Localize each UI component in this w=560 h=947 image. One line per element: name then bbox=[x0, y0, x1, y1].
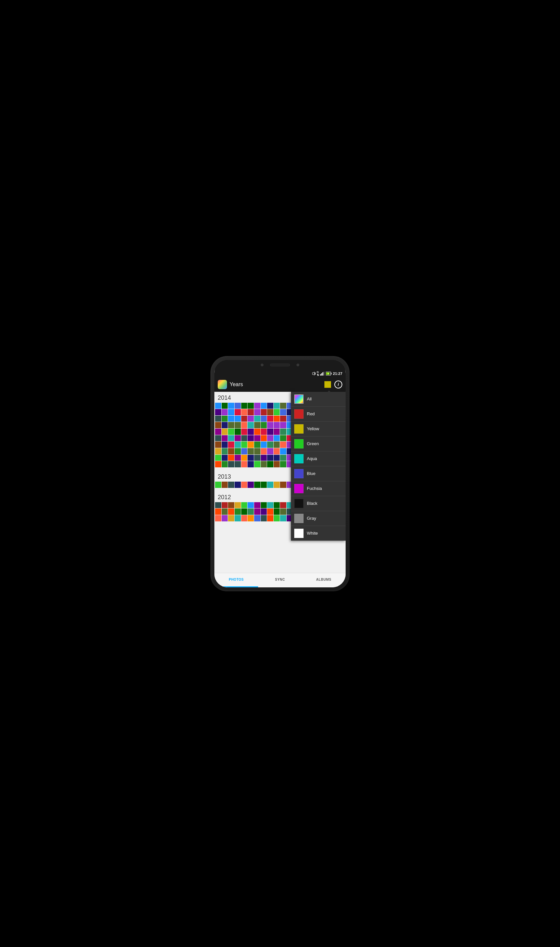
photo-cell[interactable] bbox=[261, 429, 267, 435]
photo-cell[interactable] bbox=[222, 515, 228, 521]
photo-cell[interactable] bbox=[215, 508, 222, 515]
photo-cell[interactable] bbox=[222, 429, 228, 435]
photo-cell[interactable] bbox=[222, 455, 228, 461]
photo-cell[interactable] bbox=[215, 422, 222, 428]
photo-cell[interactable] bbox=[248, 455, 254, 461]
photo-cell[interactable] bbox=[215, 416, 222, 422]
photo-cell[interactable] bbox=[248, 422, 254, 428]
photo-cell[interactable] bbox=[235, 409, 241, 415]
photo-cell[interactable] bbox=[215, 442, 222, 448]
photo-cell[interactable] bbox=[267, 409, 273, 415]
photo-cell[interactable] bbox=[235, 508, 241, 515]
photo-cell[interactable] bbox=[222, 448, 228, 454]
photo-cell[interactable] bbox=[235, 429, 241, 435]
photo-cell[interactable] bbox=[274, 442, 280, 448]
photo-cell[interactable] bbox=[248, 515, 254, 521]
photo-cell[interactable] bbox=[274, 455, 280, 461]
photo-cell[interactable] bbox=[235, 502, 241, 508]
photo-cell[interactable] bbox=[280, 435, 286, 442]
photo-cell[interactable] bbox=[248, 442, 254, 448]
photo-cell[interactable] bbox=[235, 482, 241, 488]
photo-cell[interactable] bbox=[228, 482, 234, 488]
photo-cell[interactable] bbox=[241, 409, 248, 415]
photo-cell[interactable] bbox=[241, 482, 248, 488]
photo-cell[interactable] bbox=[215, 502, 222, 508]
photo-cell[interactable] bbox=[248, 502, 254, 508]
photo-cell[interactable] bbox=[241, 429, 248, 435]
photo-cell[interactable] bbox=[222, 416, 228, 422]
photo-cell[interactable] bbox=[280, 515, 286, 521]
photo-cell[interactable] bbox=[235, 422, 241, 428]
photo-cell[interactable] bbox=[267, 515, 273, 521]
color-item-blue[interactable]: Blue bbox=[291, 467, 346, 481]
photo-cell[interactable] bbox=[235, 435, 241, 442]
photo-cell[interactable] bbox=[254, 455, 260, 461]
photo-cell[interactable] bbox=[228, 403, 234, 409]
photo-cell[interactable] bbox=[267, 455, 273, 461]
color-item-black[interactable]: Black bbox=[291, 496, 346, 511]
photo-cell[interactable] bbox=[261, 515, 267, 521]
photo-cell[interactable] bbox=[248, 448, 254, 454]
photo-cell[interactable] bbox=[254, 502, 260, 508]
photo-cell[interactable] bbox=[235, 403, 241, 409]
photo-cell[interactable] bbox=[222, 482, 228, 488]
photo-cell[interactable] bbox=[222, 435, 228, 442]
photo-cell[interactable] bbox=[267, 416, 273, 422]
photo-cell[interactable] bbox=[228, 416, 234, 422]
photo-cell[interactable] bbox=[274, 409, 280, 415]
photo-cell[interactable] bbox=[261, 461, 267, 467]
photo-cell[interactable] bbox=[241, 508, 248, 515]
photo-cell[interactable] bbox=[241, 435, 248, 442]
photo-cell[interactable] bbox=[261, 403, 267, 409]
photo-cell[interactable] bbox=[261, 416, 267, 422]
photo-cell[interactable] bbox=[228, 435, 234, 442]
photo-cell[interactable] bbox=[215, 515, 222, 521]
color-filter-dropdown[interactable]: AllRedYellowGreenAquaBlueFuchsiaBlackGra… bbox=[291, 392, 346, 540]
photo-cell[interactable] bbox=[254, 515, 260, 521]
photo-cell[interactable] bbox=[267, 403, 273, 409]
tab-albums[interactable]: ALBUMS bbox=[302, 573, 346, 587]
photo-cell[interactable] bbox=[215, 409, 222, 415]
photo-cell[interactable] bbox=[280, 448, 286, 454]
photo-cell[interactable] bbox=[254, 482, 260, 488]
photo-cell[interactable] bbox=[261, 508, 267, 515]
tab-sync[interactable]: SYNC bbox=[258, 573, 302, 587]
photo-cell[interactable] bbox=[274, 482, 280, 488]
photo-cell[interactable] bbox=[280, 429, 286, 435]
photo-cell[interactable] bbox=[248, 416, 254, 422]
photo-cell[interactable] bbox=[274, 515, 280, 521]
photo-cell[interactable] bbox=[254, 429, 260, 435]
photo-cell[interactable] bbox=[241, 515, 248, 521]
photo-cell[interactable] bbox=[280, 409, 286, 415]
photo-cell[interactable] bbox=[241, 461, 248, 467]
photo-cell[interactable] bbox=[267, 429, 273, 435]
photo-cell[interactable] bbox=[274, 416, 280, 422]
photo-cell[interactable] bbox=[280, 403, 286, 409]
color-item-green[interactable]: Green bbox=[291, 437, 346, 451]
photo-cell[interactable] bbox=[280, 455, 286, 461]
color-item-all[interactable]: All bbox=[291, 392, 346, 407]
photo-cell[interactable] bbox=[241, 416, 248, 422]
photo-cell[interactable] bbox=[228, 508, 234, 515]
photo-cell[interactable] bbox=[280, 502, 286, 508]
color-item-red[interactable]: Red bbox=[291, 407, 346, 422]
photo-cell[interactable] bbox=[280, 416, 286, 422]
photo-cell[interactable] bbox=[222, 403, 228, 409]
photo-cell[interactable] bbox=[274, 435, 280, 442]
photo-cell[interactable] bbox=[241, 502, 248, 508]
photo-cell[interactable] bbox=[254, 416, 260, 422]
photo-cell[interactable] bbox=[248, 482, 254, 488]
photo-cell[interactable] bbox=[267, 482, 273, 488]
photo-cell[interactable] bbox=[235, 515, 241, 521]
photo-cell[interactable] bbox=[267, 461, 273, 467]
photo-cell[interactable] bbox=[254, 442, 260, 448]
photo-cell[interactable] bbox=[267, 422, 273, 428]
photo-cell[interactable] bbox=[254, 422, 260, 428]
photo-cell[interactable] bbox=[228, 422, 234, 428]
photo-cell[interactable] bbox=[261, 448, 267, 454]
photo-cell[interactable] bbox=[261, 442, 267, 448]
color-item-gray[interactable]: Gray bbox=[291, 511, 346, 526]
photo-cell[interactable] bbox=[274, 422, 280, 428]
photo-cell[interactable] bbox=[254, 508, 260, 515]
photo-cell[interactable] bbox=[235, 448, 241, 454]
